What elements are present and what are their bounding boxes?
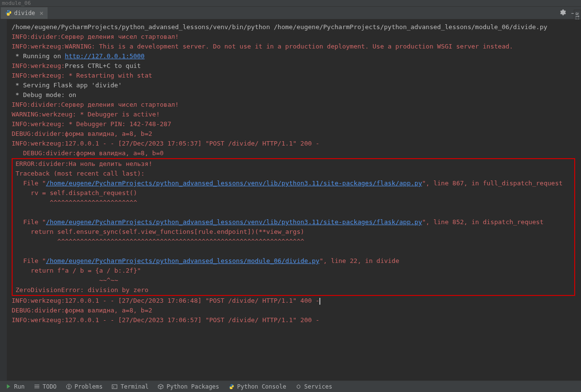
python-file-icon [5, 10, 12, 16]
python-console-icon [228, 383, 235, 390]
python-packages-tool-button[interactable]: Python Packages [157, 383, 219, 390]
svg-rect-4 [34, 388, 39, 388]
log-line: INFO:werkzeug:Press CTRL+C to quit [12, 61, 578, 71]
error-line: ERROR:divider:На ноль делить нельзя! [16, 159, 574, 169]
error-traceback-box: ERROR:divider:На ноль делить нельзя! Tra… [12, 158, 575, 296]
command-line: /home/eugene/PycharmProjects/python_adva… [12, 22, 578, 32]
log-line: DEBUG:divider:форма валидна, a=8, b=2 [12, 306, 578, 315]
log-line: * Debug mode: on [12, 90, 578, 100]
problems-tool-button[interactable]: Problems [66, 383, 103, 390]
gutter [0, 19, 7, 380]
traceback-file: File "/home/eugene/PycharmProjects/pytho… [16, 217, 574, 227]
log-line: * Running on http://127.0.0.1:5000 [12, 51, 578, 61]
svg-rect-2 [34, 385, 39, 385]
server-url-link[interactable]: http://127.0.0.1:5000 [65, 52, 145, 60]
log-line: INFO:divider:Сервер деления чисел старто… [12, 100, 578, 110]
file-link[interactable]: /home/eugene/PycharmProjects/python_adva… [46, 257, 320, 264]
log-line: INFO:werkzeug: * Restarting with stat [12, 71, 578, 81]
cursor [319, 298, 320, 305]
traceback-header: Traceback (most recent call last): [16, 169, 574, 179]
python-console-tool-button[interactable]: Python Console [228, 383, 286, 390]
svg-point-1 [9, 15, 9, 15]
log-line: DEBUG:divider:форма валидна, a=8, b=2 [12, 129, 578, 139]
svg-rect-3 [34, 386, 39, 387]
blank [16, 208, 574, 217]
packages-icon [157, 383, 164, 390]
log-line: WARNING:werkzeug: * Debugger is active! [12, 110, 578, 119]
todo-tool-button[interactable]: TODO [33, 383, 57, 390]
terminal-tool-button[interactable]: Terminal [111, 383, 149, 390]
log-line: INFO:divider:Сервер деления чисел старто… [12, 32, 578, 42]
run-tool-button[interactable]: Run [5, 383, 25, 390]
services-tool-button[interactable]: Services [295, 383, 332, 390]
todo-icon [33, 383, 40, 390]
editor-tab-bar: module_06 [0, 0, 581, 7]
close-icon[interactable]: × [39, 9, 43, 17]
run-tab-divide[interactable]: divide × [1, 7, 48, 19]
traceback-carets: ^^^^^^^^^^^^^^^^^^^^^^^ [16, 198, 574, 208]
svg-point-0 [7, 11, 8, 11]
gear-icon[interactable] [559, 9, 566, 17]
log-line: INFO:werkzeug:127.0.0.1 - - [27/Dec/2023… [12, 296, 578, 306]
svg-point-7 [68, 388, 69, 388]
services-icon [295, 383, 302, 390]
traceback-code: return self.ensure_sync(self.view_functi… [16, 227, 574, 237]
traceback-file: File "/home/eugene/PycharmProjects/pytho… [16, 179, 574, 188]
blank [16, 246, 574, 256]
terminal-icon [111, 383, 118, 390]
traceback-file: File "/home/eugene/PycharmProjects/pytho… [16, 256, 574, 266]
run-console-output[interactable]: /home/eugene/PycharmProjects/python_adva… [0, 19, 581, 380]
log-line: * Serving Flask app 'divide' [12, 81, 578, 90]
module-name: module_06 [2, 0, 31, 6]
file-link[interactable]: /home/eugene/PycharmProjects/python_adva… [46, 218, 422, 226]
tab-label: divide [14, 10, 35, 16]
exception-line: ZeroDivisionError: division by zero [16, 285, 574, 295]
tool-window-bar: Run TODO Problems Terminal Python Packag… [0, 380, 581, 392]
file-link[interactable]: /home/eugene/PycharmProjects/python_adva… [46, 180, 422, 187]
run-tab-bar: divide × — [0, 7, 581, 19]
svg-rect-8 [112, 385, 117, 389]
log-line: INFO:werkzeug: * Debugger PIN: 142-748-2… [12, 119, 578, 129]
log-line: INFO:werkzeug:WARNING: This is a develop… [12, 42, 578, 51]
traceback-carets: ^^^^^^^^^^^^^^^^^^^^^^^^^^^^^^^^^^^^^^^^… [16, 237, 574, 246]
log-line: INFO:werkzeug:127.0.0.1 - - [27/Dec/2023… [12, 139, 578, 148]
problems-icon [66, 383, 72, 390]
traceback-tilde: ~~^~~ [16, 276, 574, 285]
log-line: INFO:werkzeug:127.0.0.1 - - [27/Dec/2023… [12, 315, 578, 325]
run-icon [5, 383, 12, 390]
log-line: DEBUG:divider:форма валидна, a=8, b=0 [12, 148, 578, 158]
traceback-code: rv = self.dispatch_request() [16, 188, 574, 198]
traceback-code: return f"a / b = {a / b:.2f}" [16, 266, 574, 276]
